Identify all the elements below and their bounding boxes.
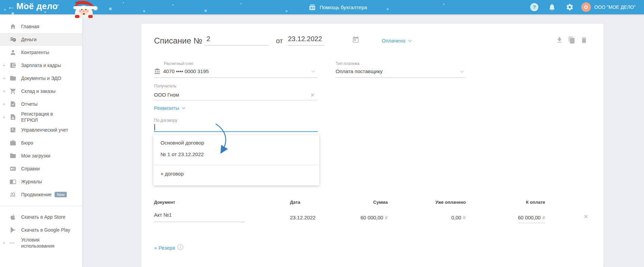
app-logo[interactable]: Моё дело bbox=[16, 1, 58, 11]
expand-plus[interactable]: + bbox=[3, 101, 5, 107]
chevron-down-icon[interactable] bbox=[311, 69, 315, 72]
uploads-folder-icon bbox=[10, 152, 16, 159]
back-arrow-icon[interactable]: ← bbox=[7, 2, 15, 11]
registration-doc-icon bbox=[10, 114, 16, 120]
clear-recipient-icon[interactable]: × bbox=[310, 91, 315, 98]
snow-dot bbox=[123, 2, 124, 3]
expand-plus[interactable]: + bbox=[3, 63, 5, 68]
calendar-icon[interactable] bbox=[352, 36, 359, 44]
settings-gear-icon[interactable] bbox=[566, 3, 574, 11]
contract-dropdown-panel: Основной договор № 1 от 23.12.2022 + дог… bbox=[153, 135, 319, 185]
user-avatar[interactable]: О bbox=[581, 2, 591, 12]
ruble-sign: ₽ bbox=[385, 215, 388, 220]
account-field-label: Расчетный счет bbox=[164, 61, 194, 66]
report-check-icon bbox=[10, 101, 16, 107]
sidebar-item-certificates[interactable]: Справки bbox=[0, 162, 82, 175]
snow-dot bbox=[443, 3, 445, 5]
sidebar-item-home[interactable]: Главная bbox=[0, 20, 82, 33]
snow-dot bbox=[4, 9, 6, 11]
snow-dot bbox=[286, 10, 288, 12]
expand-plus[interactable]: + bbox=[3, 114, 5, 120]
dropdown-add-contract[interactable]: + договор bbox=[160, 171, 184, 177]
snow-dot bbox=[240, 3, 242, 4]
write-off-form-card: Списание № 2 от 23.12.2022 Оплачено Расч… bbox=[141, 24, 603, 267]
sidebar-item-terms-of-use[interactable]: + ••• Условия использования bbox=[0, 236, 82, 249]
certificates-icon bbox=[10, 165, 16, 172]
form-title: Списание № bbox=[154, 36, 202, 46]
row-document-input[interactable]: Акт №1 bbox=[154, 212, 245, 222]
account-select[interactable]: 4070 •••• 0000 3195 bbox=[163, 68, 209, 74]
sidebar-item-counterparties[interactable]: Контрагенты bbox=[0, 46, 82, 59]
sidebar-item-google-play[interactable]: Скачать в Google Play bbox=[0, 223, 82, 236]
google-play-icon bbox=[10, 227, 16, 233]
recipient-input[interactable]: ООО Гном bbox=[154, 92, 179, 98]
status-label: Оплачено bbox=[382, 38, 405, 44]
column-header-sum: Сумма bbox=[373, 200, 388, 205]
payment-type-select[interactable]: Оплата поставщику bbox=[336, 68, 383, 74]
svg-text:₽: ₽ bbox=[13, 38, 15, 41]
sidebar-divider bbox=[0, 206, 82, 206]
management-accounting-icon: ₽ bbox=[10, 127, 16, 133]
account-underline bbox=[154, 78, 317, 78]
download-icon[interactable] bbox=[556, 36, 563, 44]
column-header-to-pay: К оплате bbox=[526, 200, 545, 205]
sidebar-item-management-accounting[interactable]: ₽ Управленческий учет bbox=[0, 123, 82, 136]
payment-type-underline bbox=[336, 78, 466, 78]
info-icon[interactable]: i bbox=[178, 244, 183, 250]
sidebar-item-bureau[interactable]: Бюро bbox=[0, 136, 82, 149]
contract-input[interactable] bbox=[156, 124, 316, 131]
snow-dot bbox=[204, 10, 207, 12]
chevron-down-icon[interactable] bbox=[460, 69, 464, 72]
santa-decoration bbox=[67, 0, 101, 18]
sidebar-item-journals[interactable]: Журналы bbox=[0, 175, 82, 188]
chevron-down-icon bbox=[408, 38, 412, 42]
expand-plus[interactable]: + bbox=[3, 240, 5, 246]
text-cursor bbox=[154, 124, 155, 131]
requisites-toggle[interactable]: Реквизиты bbox=[154, 105, 184, 111]
sidebar-item-app-store[interactable]: Скачать в App Store bbox=[0, 211, 82, 223]
snow-dot bbox=[12, 12, 14, 15]
help-center-label: Помощь бухгалтера bbox=[320, 4, 367, 10]
snow-dot bbox=[44, 11, 46, 13]
notifications-bell-icon[interactable] bbox=[548, 3, 556, 11]
column-header-document: Документ bbox=[154, 200, 175, 205]
dropdown-option-main-contract[interactable]: Основной договор № 1 от 23.12.2022 bbox=[153, 135, 319, 165]
sidebar-item-my-uploads[interactable]: Мои загрузки bbox=[0, 149, 82, 162]
snow-dot bbox=[143, 10, 145, 12]
document-number-input[interactable]: 2 bbox=[204, 35, 268, 46]
expand-plus[interactable]: + bbox=[3, 76, 5, 81]
snow-dot bbox=[387, 8, 389, 10]
apple-icon bbox=[10, 214, 16, 220]
row-to-pay-input[interactable]: 60 000,00₽ bbox=[518, 215, 545, 220]
help-question-icon[interactable]: ? bbox=[530, 3, 538, 11]
ruble-sign: ₽ bbox=[542, 215, 545, 220]
promotion-chart-icon bbox=[10, 191, 16, 198]
cart-icon bbox=[10, 88, 16, 95]
sidebar-item-salary[interactable]: + Зарплата и кадры bbox=[0, 59, 82, 72]
date-input[interactable]: 23.12.2022 bbox=[288, 35, 324, 46]
row-paid: 0,00₽ bbox=[451, 215, 466, 220]
company-name[interactable]: ООО "МОЕ ДЕЛО" bbox=[594, 4, 635, 10]
expand-plus[interactable]: + bbox=[3, 88, 5, 94]
copy-icon[interactable] bbox=[568, 36, 576, 44]
sidebar-item-documents[interactable]: + Документы и ЭДО bbox=[0, 72, 82, 85]
row-date: 23.12.2022 bbox=[290, 215, 316, 220]
sidebar-item-egrul-registration[interactable]: + Регистрация в ЕГРЮЛ bbox=[0, 111, 82, 123]
remove-row-icon[interactable]: × bbox=[584, 213, 588, 220]
column-header-date: Дата bbox=[290, 200, 300, 205]
sidebar-item-promotion[interactable]: Продвижение New bbox=[0, 188, 82, 201]
status-dropdown[interactable]: Оплачено bbox=[382, 38, 411, 44]
sidebar-item-reports[interactable]: + Отчеты bbox=[0, 98, 82, 111]
sidebar-item-warehouse[interactable]: + Склад и заказы bbox=[0, 85, 82, 98]
recipient-label: Получатель bbox=[154, 84, 177, 88]
requisites-label: Реквизиты bbox=[154, 105, 179, 111]
date-preposition: от bbox=[276, 37, 283, 45]
recipient-underline bbox=[154, 100, 317, 100]
help-center-button[interactable]: Помощь бухгалтера bbox=[308, 0, 367, 14]
add-reserve-link[interactable]: + Резерв bbox=[154, 245, 175, 251]
contract-focus-underline bbox=[154, 131, 318, 132]
bank-icon bbox=[154, 68, 160, 74]
option-subtitle: № 1 от 23.12.2022 bbox=[160, 151, 204, 157]
delete-icon[interactable] bbox=[580, 36, 588, 44]
sidebar-item-money[interactable]: ₽ Деньги bbox=[0, 33, 82, 46]
